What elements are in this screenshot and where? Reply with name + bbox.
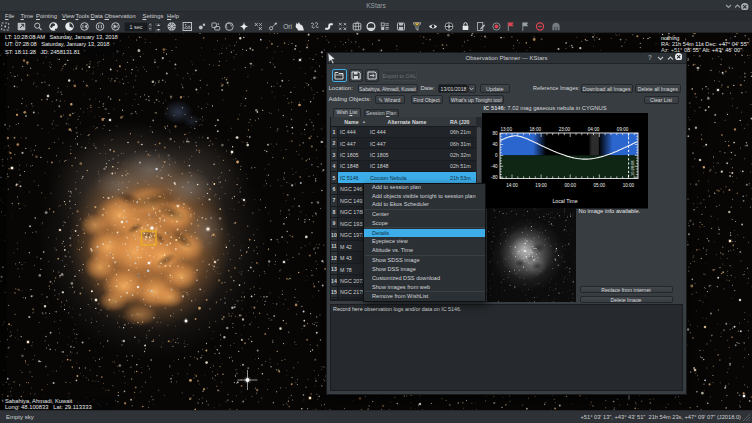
svg-text:-40: -40: [491, 164, 498, 169]
svg-text:00:00: 00:00: [564, 183, 576, 188]
svg-text:23:00: 23:00: [559, 127, 571, 132]
svg-text:40: 40: [492, 142, 498, 147]
svg-text:18:00: 18:00: [530, 127, 542, 132]
svg-text:05:00: 05:00: [594, 183, 606, 188]
svg-text:19:00: 19:00: [535, 183, 547, 188]
svg-text:80: 80: [492, 131, 498, 136]
svg-text:10:28:08: 10:28:08: [630, 160, 635, 176]
svg-text:0: 0: [495, 153, 498, 158]
svg-text:04:00: 04:00: [588, 127, 600, 132]
svg-text:13:00: 13:00: [500, 127, 512, 132]
svg-text:Local Time: Local Time: [552, 198, 577, 204]
svg-text:09:00: 09:00: [617, 127, 629, 132]
svg-text:Ori: Ori: [283, 23, 292, 30]
svg-text:10:00: 10:00: [623, 183, 635, 188]
svg-text:14:00: 14:00: [506, 183, 518, 188]
svg-text:-80: -80: [491, 175, 498, 180]
